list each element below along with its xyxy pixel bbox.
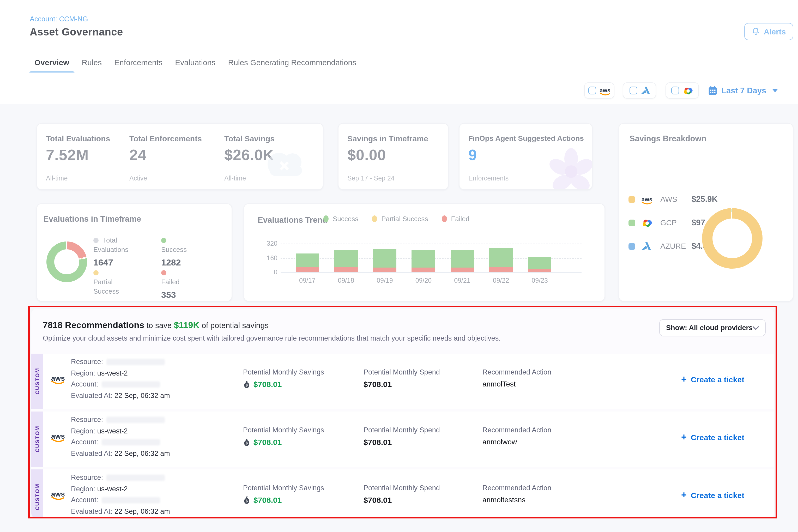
- alerts-button-label: Alerts: [764, 27, 786, 36]
- tab-rules-generating-recommendations[interactable]: Rules Generating Recommendations: [228, 52, 356, 73]
- legend-value: 353: [161, 290, 180, 300]
- evaluated-line: Evaluated At: 22 Sep, 06:32 am: [71, 507, 170, 515]
- finops-actions-value: 9: [468, 147, 477, 164]
- legend-value: 1647: [93, 258, 128, 268]
- headline-text: of potential savings: [202, 321, 269, 330]
- recommendation-row: CUSTOM aws Resource: Region: us-west-2 A…: [31, 354, 774, 409]
- success-dot: [161, 238, 166, 243]
- redacted-account: [101, 439, 160, 446]
- trend-bar-09/23: 09/23: [520, 225, 559, 272]
- provider-filter-azure[interactable]: [623, 82, 656, 99]
- create-ticket-button[interactable]: +Create a ticket: [681, 432, 744, 442]
- date-range-picker[interactable]: Last 7 Days: [708, 82, 778, 99]
- evaluations-trend-title: Evaluations Trend: [258, 215, 327, 225]
- custom-tag: CUSTOM: [31, 354, 43, 409]
- total-enforcements-label: Total Enforcements: [129, 134, 202, 143]
- tab-rules[interactable]: Rules: [82, 52, 102, 73]
- gcp-swatch: [628, 219, 635, 226]
- evaluated-line: Evaluated At: 22 Sep, 06:32 am: [71, 392, 170, 399]
- success-dot: [323, 215, 328, 222]
- cloud-provider-filter-dropdown[interactable]: Show: All cloud providers: [659, 319, 766, 337]
- action-value: anmoltestsns: [482, 495, 526, 504]
- resource-line: Resource:: [71, 416, 165, 423]
- partial-success-dot: [93, 270, 99, 276]
- spend-column-label: Potential Monthly Spend: [363, 368, 440, 376]
- tab-evaluations[interactable]: Evaluations: [175, 52, 215, 73]
- recommendations-panel: 7818 Recommendations to save $119K of po…: [31, 309, 774, 518]
- calendar-icon: [708, 86, 717, 95]
- total-evaluations-caption: All-time: [46, 175, 68, 182]
- tab-overview[interactable]: Overview: [34, 52, 69, 73]
- redacted-account: [101, 382, 160, 388]
- y-tick: 160: [256, 254, 278, 262]
- savings-in-timeframe-card: Savings in Timeframe $0.00 Sep 17 - Sep …: [338, 123, 449, 190]
- svg-text:$: $: [246, 383, 248, 387]
- date-range-label: Last 7 Days: [721, 86, 766, 95]
- savings-in-timeframe-label: Savings in Timeframe: [347, 134, 428, 143]
- trend-plot: 09/1709/1809/1909/2009/2109/2209/23: [288, 225, 559, 272]
- chevron-down-icon: [753, 326, 759, 330]
- finops-actions-label: FinOps Agent Suggested Actions: [468, 134, 584, 142]
- account-breadcrumb[interactable]: Account: CCM-NG: [30, 15, 88, 23]
- region-line: Region: us-west-2: [71, 485, 128, 493]
- azure-checkbox[interactable]: [629, 87, 637, 94]
- legend-item-failed: Failed: [441, 215, 470, 223]
- legend-label: Failed: [451, 215, 470, 223]
- account-line: Account:: [71, 496, 160, 504]
- region-line: Region: us-west-2: [71, 427, 128, 435]
- savings-breakdown-donut: [702, 208, 762, 269]
- redacted-resource: [106, 359, 165, 365]
- legend-label: Failed: [161, 278, 180, 286]
- account-line: Account:: [71, 380, 160, 388]
- legend-item-aws: aws AWS $25.9K: [628, 194, 718, 204]
- failed-dot: [441, 215, 447, 222]
- savings-in-timeframe-caption: Sep 17 - Sep 24: [347, 175, 395, 182]
- finops-actions-card: FinOps Agent Suggested Actions 9 Enforce…: [459, 123, 592, 190]
- azure-swatch: [628, 243, 635, 250]
- account-line: Account:: [71, 438, 160, 446]
- legend-item-gcp: GCP $97.19: [628, 218, 716, 227]
- savings-value: $ $708.01: [243, 380, 282, 388]
- aws-swatch: [628, 196, 635, 203]
- savings-column-label: Potential Monthly Savings: [243, 426, 324, 434]
- action-column-label: Recommended Action: [482, 368, 551, 376]
- total-evaluations-dot: [93, 238, 99, 243]
- savings-value: $ $708.01: [243, 438, 282, 446]
- bell-icon: [752, 27, 760, 36]
- total-enforcements-caption: Active: [129, 175, 147, 182]
- create-ticket-button[interactable]: +Create a ticket: [681, 490, 744, 500]
- flower-watermark-icon: [547, 147, 592, 190]
- legend-value: 12: [93, 299, 119, 302]
- aws-checkbox[interactable]: [588, 87, 596, 94]
- money-bag-icon: $: [243, 380, 250, 388]
- legend-item-partial-success: Partial Success: [372, 215, 428, 223]
- total-savings-label: Total Savings: [224, 134, 274, 143]
- savings-breakdown-title: Savings Breakdown: [629, 134, 706, 144]
- alerts-button[interactable]: Alerts: [744, 23, 793, 40]
- savings-in-timeframe-value: $0.00: [347, 147, 386, 164]
- trend-bar-09/19: 09/19: [365, 225, 404, 272]
- x-axis: [281, 272, 582, 273]
- gcp-checkbox[interactable]: [671, 87, 679, 94]
- donut-hole: [54, 249, 79, 274]
- custom-tag: CUSTOM: [31, 470, 43, 518]
- evaluations-trend-card: Evaluations Trend Success Partial Succes…: [244, 204, 605, 302]
- tab-enforcements[interactable]: Enforcements: [114, 52, 163, 73]
- recommendation-row: CUSTOM aws Resource: Region: us-west-2 A…: [31, 412, 774, 467]
- create-ticket-button[interactable]: +Create a ticket: [681, 375, 744, 384]
- spend-column-label: Potential Monthly Spend: [363, 484, 440, 492]
- recommendations-subtitle: Optimize your cloud assets and minimize …: [43, 334, 501, 342]
- provider-filter-aws[interactable]: aws: [584, 82, 614, 99]
- savings-column-label: Potential Monthly Savings: [243, 368, 324, 376]
- provider-filter-gcp[interactable]: [666, 82, 699, 99]
- svg-text:$: $: [246, 441, 248, 445]
- chevron-down-icon: [773, 89, 778, 92]
- y-tick: 320: [256, 240, 278, 247]
- divider: [209, 133, 209, 180]
- trend-bar-09/21: 09/21: [443, 225, 482, 272]
- recommendation-row: CUSTOM aws Resource: Region: us-west-2 A…: [31, 470, 774, 518]
- redacted-account: [101, 497, 160, 504]
- svg-text:$: $: [246, 499, 248, 503]
- action-column-label: Recommended Action: [482, 484, 551, 492]
- plus-icon: +: [681, 375, 687, 384]
